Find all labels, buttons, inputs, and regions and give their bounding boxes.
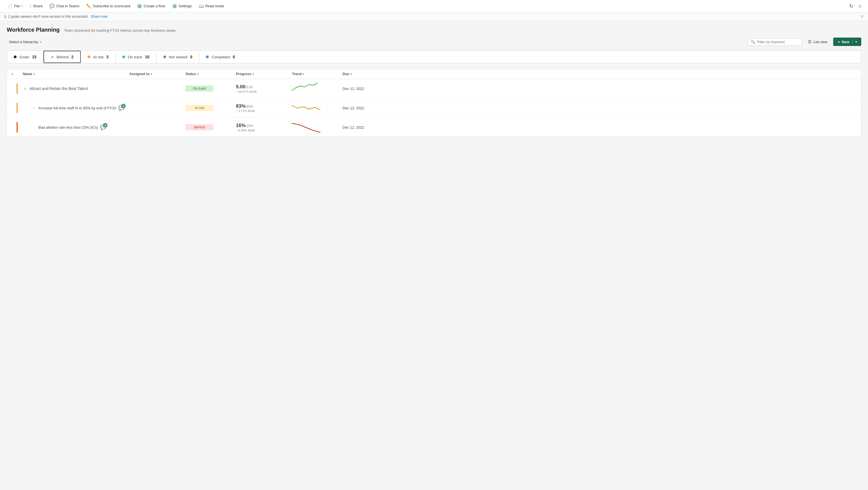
th-assigned-label: Assigned to xyxy=(129,72,150,76)
th-due-sort-icon: ▾ xyxy=(350,73,352,76)
star-icon[interactable]: ☆ xyxy=(857,2,864,10)
progress-main: 83% xyxy=(236,103,246,109)
chat-teams-button[interactable]: 💬 Chat in Teams xyxy=(46,2,82,10)
subscribe-icon: ✏️ xyxy=(86,4,91,9)
trend-cell xyxy=(292,121,343,134)
th-status[interactable]: Status ▾ xyxy=(185,72,236,76)
status-badge: Behind xyxy=(185,124,214,130)
create-flow-button[interactable]: ⚙️ Create a flow xyxy=(134,2,168,10)
row-accent xyxy=(17,122,18,133)
refresh-icon[interactable]: ↻ xyxy=(848,2,855,10)
list-view-button[interactable]: ☰ List view xyxy=(805,38,830,46)
controls-bar: Select a hierarchy ▾ 🔍 ☰ List view + New… xyxy=(7,38,861,46)
status-tab-label: On track xyxy=(128,55,142,59)
th-progress[interactable]: Progress ▾ xyxy=(236,72,292,76)
th-trend-label: Trend xyxy=(292,72,302,76)
share-icon: ↑ xyxy=(29,4,32,8)
page-subtitle: Team scorecard for tracking FY23 metrics… xyxy=(64,28,176,33)
status-tabs: Goals 15 ✓ Behind 2 At risk 3 On track 1… xyxy=(7,51,861,63)
th-assigned-sort-icon: ▾ xyxy=(151,73,152,76)
progress-cell: 5.00/5.00 ↑ 66.67% MoM xyxy=(236,84,292,93)
expand-all-icon[interactable]: » xyxy=(11,72,23,76)
status-tab-at-risk[interactable]: At risk 3 xyxy=(81,51,116,63)
hierarchy-select[interactable]: Select a hierarchy ▾ xyxy=(7,38,43,45)
table-row-1[interactable]: › Increase full time staff % to 85% by e… xyxy=(7,98,861,118)
subscribe-button[interactable]: ✏️ Subscribe to scorecard xyxy=(83,2,133,10)
list-view-icon: ☰ xyxy=(808,39,812,44)
status-tab-completed[interactable]: Completed 0 xyxy=(199,51,242,63)
table-row-0[interactable]: ∨ Attract and Retain the Best Talent On … xyxy=(7,79,861,98)
create-flow-label: Create a flow xyxy=(144,4,165,8)
comment-badge-wrap[interactable]: 💬 2 xyxy=(100,124,106,130)
trend-cell xyxy=(292,82,343,95)
page-title: Workforce Planning xyxy=(7,27,60,33)
status-tab-count: 10 xyxy=(145,55,150,59)
page-header: Workforce Planning Team scorecard for tr… xyxy=(7,27,861,33)
comment-badge-wrap[interactable]: 💬 1 xyxy=(118,105,125,111)
table-row-2[interactable]: Bad attrition rate less than 15% (ICs) 💬… xyxy=(7,118,861,137)
th-assigned[interactable]: Assigned to ▾ xyxy=(129,72,185,76)
dot-icon xyxy=(122,56,125,58)
status-tab-label: Completed xyxy=(212,55,230,59)
status-tab-label: At risk xyxy=(93,55,104,59)
expand-icon[interactable]: › xyxy=(32,106,36,110)
status-tab-behind[interactable]: ✓ Behind 2 xyxy=(43,51,81,63)
status-tab-on-track[interactable]: On track 10 xyxy=(116,51,157,63)
notice-close-button[interactable]: × xyxy=(861,14,864,19)
new-chevron-icon: ▾ xyxy=(856,40,857,43)
trend-chart xyxy=(292,82,323,95)
comment-count-badge: 1 xyxy=(121,104,126,108)
search-icon: 🔍 xyxy=(751,40,755,44)
status-badge: On track xyxy=(185,86,214,92)
th-due[interactable]: Due ▾ xyxy=(343,72,382,76)
settings-button[interactable]: ⚙️ Settings xyxy=(169,2,195,10)
new-button[interactable]: + New ▾ xyxy=(833,38,861,46)
notice-info-icon: ℹ xyxy=(4,14,6,19)
notice-text: 2 goals owners don't have access to this… xyxy=(8,14,88,19)
status-tab-label: Behind xyxy=(57,55,68,59)
checkmark-icon: ✓ xyxy=(51,55,54,59)
subscribe-label: Subscribe to scorecard xyxy=(93,4,130,8)
th-name[interactable]: Name ▾ xyxy=(23,72,129,76)
file-menu[interactable]: 📄 File ▾ xyxy=(4,2,26,10)
th-progress-sort-icon: ▾ xyxy=(252,73,254,76)
progress-main: 5.00 xyxy=(236,84,245,90)
due-cell: Dec 12, 2022 xyxy=(343,87,382,91)
progress-mom: ↑ 66.67% MoM xyxy=(236,90,292,93)
comment-count-badge: 2 xyxy=(103,123,107,128)
toolbar: 📄 File ▾ ↑ Share 💬 Chat in Teams ✏️ Subs… xyxy=(0,0,868,12)
share-button[interactable]: ↑ Share xyxy=(27,2,45,9)
progress-target: /5.00 xyxy=(245,85,253,89)
trend-chart xyxy=(292,121,323,133)
read-mode-button[interactable]: 📖 Read mode xyxy=(196,2,227,10)
row-accent xyxy=(17,103,18,113)
notice-share-link[interactable]: Share now. xyxy=(91,14,108,19)
th-trend[interactable]: Trend ▾ xyxy=(292,72,343,76)
row-accent xyxy=(17,83,18,94)
file-chevron-icon: ▾ xyxy=(21,4,23,7)
status-tab-not-started[interactable]: Not started 0 xyxy=(157,51,199,63)
progress-target: /85% xyxy=(246,104,253,108)
status-tab-count: 0 xyxy=(233,55,235,59)
filter-input[interactable] xyxy=(757,40,799,44)
progress-mom: ↑ 3.17% MoM xyxy=(236,109,292,113)
file-icon: 📄 xyxy=(7,4,12,9)
th-status-label: Status xyxy=(185,72,196,76)
dot-icon xyxy=(163,56,166,58)
goal-name: Attract and Retain the Best Talent xyxy=(29,86,88,91)
progress-target: /15% xyxy=(246,124,253,128)
dot-icon xyxy=(14,56,17,58)
status-tab-goals[interactable]: Goals 15 xyxy=(7,51,43,63)
th-name-label: Name xyxy=(23,72,32,76)
name-cell: Bad attrition rate less than 15% (ICs) 💬… xyxy=(23,124,129,130)
file-label: File xyxy=(14,4,20,8)
filter-input-wrap[interactable]: 🔍 xyxy=(748,38,802,46)
th-progress-label: Progress xyxy=(236,72,251,76)
trend-chart xyxy=(292,101,323,114)
name-cell: ∨ Attract and Retain the Best Talent xyxy=(23,86,129,91)
due-cell: Dec 12, 2022 xyxy=(343,125,382,130)
new-btn-divider xyxy=(852,39,852,44)
th-name-sort-icon: ▾ xyxy=(33,73,35,76)
collapse-icon[interactable]: ∨ xyxy=(23,87,27,91)
status-tab-count: 15 xyxy=(32,55,36,59)
